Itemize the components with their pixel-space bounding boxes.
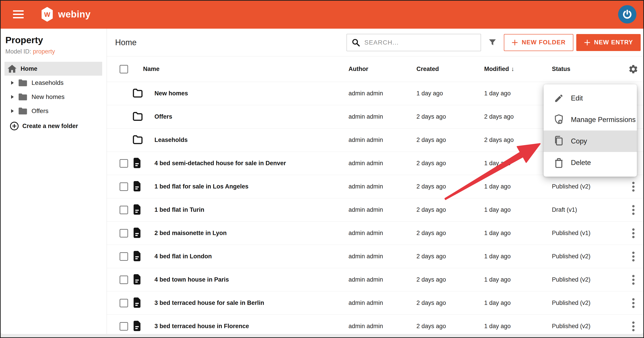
row-checkbox[interactable] — [120, 322, 128, 330]
folder-icon — [132, 112, 143, 122]
home-icon — [8, 65, 16, 73]
circle-plus-icon — [10, 121, 19, 130]
row-modified: 1 day ago — [484, 90, 552, 97]
row-created: 2 days ago — [416, 206, 484, 213]
table-row-1-bed-flat-for-sale-in-los-angeles[interactable]: 1 bed flat for sale in Los Angelesadmin … — [107, 175, 644, 198]
sidebar-item-home[interactable]: Home — [4, 62, 102, 76]
table-row-4-bed-town-house-in-paris[interactable]: 4 bed town house in Parisadmin admin2 da… — [107, 268, 644, 291]
menu-item-copy[interactable]: Copy — [544, 130, 637, 152]
row-context-menu: EditManage PermissionsCopyDelete — [544, 84, 637, 177]
chevron-right-icon[interactable] — [11, 109, 14, 113]
new-entry-label: NEW ENTRY — [594, 39, 633, 46]
row-name[interactable]: 4 bed town house in Paris — [149, 276, 348, 283]
table-row-1-bed-flat-in-turin[interactable]: 1 bed flat in Turinadmin admin2 days ago… — [107, 198, 644, 222]
menu-item-label: Edit — [571, 94, 583, 102]
row-modified: 1 day ago — [484, 230, 552, 237]
document-icon — [132, 204, 142, 216]
top-app-bar: W webiny — [0, 0, 644, 29]
sidebar-item-new-homes[interactable]: New homes — [0, 90, 107, 104]
column-header-created[interactable]: Created — [416, 66, 484, 73]
chevron-right-icon[interactable] — [11, 81, 14, 85]
row-status: Published (v2) — [552, 276, 622, 283]
filter-button[interactable] — [488, 38, 497, 47]
row-name[interactable]: 2 bed maisonette in Lyon — [149, 230, 348, 237]
pencil-icon — [554, 93, 564, 103]
row-name[interactable]: New homes — [149, 90, 348, 97]
row-author: admin admin — [348, 323, 416, 330]
row-actions-kebab-button[interactable] — [622, 274, 644, 285]
row-status: Published (v2) — [552, 323, 622, 330]
sidebar-item-leaseholds[interactable]: Leaseholds — [0, 76, 107, 90]
sidebar-item-label: New homes — [32, 93, 64, 100]
row-checkbox[interactable] — [120, 159, 128, 168]
folder-icon — [18, 93, 28, 101]
webiny-hexagon-icon: W — [40, 7, 54, 22]
row-created: 2 days ago — [416, 323, 484, 330]
row-name[interactable]: 3 bed terraced house in Florence — [149, 323, 348, 330]
row-name[interactable]: 1 bed flat for sale in Los Angeles — [149, 183, 348, 190]
row-actions-kebab-button[interactable] — [622, 205, 644, 215]
column-header-name[interactable]: Name — [132, 66, 348, 73]
row-created: 2 days ago — [416, 230, 484, 237]
create-new-folder-button[interactable]: Create a new folder — [0, 121, 107, 130]
table-row-3-bed-terraced-house-for-sale-in-berlin[interactable]: 3 bed terraced house for sale in Berlina… — [107, 291, 644, 315]
sidebar-item-offers[interactable]: Offers — [0, 104, 107, 118]
new-entry-button[interactable]: NEW ENTRY — [576, 34, 641, 51]
row-created: 2 days ago — [416, 276, 484, 283]
row-author: admin admin — [348, 276, 416, 283]
document-icon — [132, 297, 142, 309]
row-checkbox[interactable] — [120, 252, 128, 261]
menu-item-label: Manage Permissions — [571, 116, 636, 124]
sidebar: Property Model ID: property Home Leaseho… — [0, 29, 107, 334]
row-name[interactable]: 1 bed flat in Turin — [149, 206, 348, 213]
row-name[interactable]: Leaseholds — [149, 136, 348, 143]
sort-desc-icon: ↓ — [511, 66, 514, 73]
folder-icon — [18, 79, 28, 87]
select-all-checkbox[interactable] — [120, 65, 128, 73]
row-checkbox[interactable] — [120, 183, 128, 191]
hamburger-menu-icon[interactable] — [13, 10, 24, 18]
menu-item-edit[interactable]: Edit — [544, 88, 637, 109]
column-header-modified[interactable]: Modified ↓ — [484, 66, 552, 73]
row-modified: 1 day ago — [484, 206, 552, 213]
row-name[interactable]: 3 bed terraced house for sale in Berlin — [149, 299, 348, 306]
search-box — [346, 34, 481, 51]
table-settings-button[interactable] — [622, 64, 644, 74]
row-name[interactable]: 4 bed flat in London — [149, 253, 348, 260]
chevron-right-icon[interactable] — [11, 95, 14, 99]
document-icon — [132, 181, 142, 192]
row-modified: 1 day ago — [484, 183, 552, 190]
row-checkbox[interactable] — [120, 206, 128, 214]
row-checkbox[interactable] — [120, 276, 128, 284]
row-modified: 2 days ago — [484, 113, 552, 120]
row-actions-kebab-button[interactable] — [622, 298, 644, 308]
main-panel: Home NEW FOLDER — [107, 29, 644, 334]
table-row-4-bed-flat-in-london[interactable]: 4 bed flat in Londonadmin admin2 days ag… — [107, 245, 644, 268]
search-input[interactable] — [364, 39, 476, 46]
row-actions-kebab-button[interactable] — [622, 251, 644, 262]
table-row-2-bed-maisonette-in-lyon[interactable]: 2 bed maisonette in Lyonadmin admin2 day… — [107, 222, 644, 245]
row-name[interactable]: Offers — [149, 113, 348, 120]
column-header-author[interactable]: Author — [348, 66, 416, 73]
folder-tree: Home LeaseholdsNew homesOffers Create a … — [0, 62, 107, 130]
row-actions-kebab-button[interactable] — [622, 181, 644, 192]
column-header-status[interactable]: Status — [552, 66, 622, 73]
row-actions-kebab-button[interactable] — [622, 321, 644, 332]
row-modified: 1 day ago — [484, 253, 552, 260]
row-checkbox[interactable] — [120, 299, 128, 307]
row-modified: 2 days ago — [484, 136, 552, 143]
sidebar-item-label: Home — [20, 65, 37, 72]
menu-item-manage-permissions[interactable]: Manage Permissions — [544, 109, 637, 130]
row-checkbox[interactable] — [120, 229, 128, 238]
row-modified: 1 day ago — [484, 276, 552, 283]
folder-icon — [18, 107, 28, 115]
new-folder-button[interactable]: NEW FOLDER — [504, 34, 573, 51]
row-name[interactable]: 4 bed semi-detached house for sale in De… — [149, 160, 348, 167]
model-id-value[interactable]: property — [33, 48, 55, 55]
row-actions-kebab-button[interactable] — [622, 228, 644, 239]
table-row-3-bed-terraced-house-in-florence[interactable]: 3 bed terraced house in Florenceadmin ad… — [107, 315, 644, 334]
row-author: admin admin — [348, 299, 416, 306]
model-id-label: Model ID: — [5, 48, 31, 55]
user-avatar[interactable] — [618, 5, 636, 24]
menu-item-delete[interactable]: Delete — [544, 152, 637, 174]
